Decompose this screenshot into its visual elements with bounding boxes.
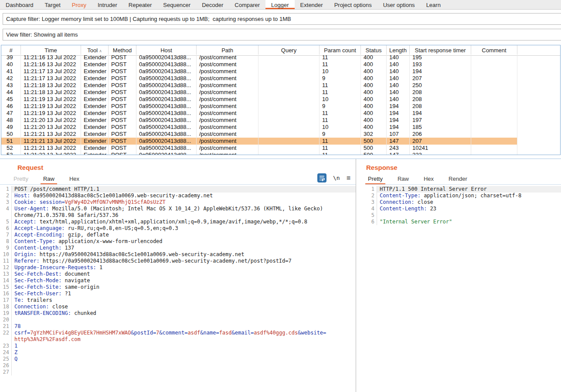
request-tab-hex[interactable]: Hex [67,174,82,185]
code-line: 12Upgrade-Insecure-Requests: 1 [0,264,356,271]
line-number: 14 [0,277,11,284]
log-row-53[interactable]: 5311:21:22 13 Jul 2022ExtenderPOST0a9500… [1,152,560,155]
cell-tool: Extender [81,145,109,152]
request-tab-raw[interactable]: Raw [41,174,57,185]
tab-learn[interactable]: Learn [421,0,446,9]
code-segment: User-Agent: [14,206,49,212]
request-editor[interactable]: 1POST /post/comment HTTP/1.12Host: 0a950… [0,184,356,392]
tab-user-options[interactable]: User options [377,0,421,9]
code-line: 11Referer: https://0a9500020413d88ac08c5… [0,258,356,264]
code-line: 20 [0,317,356,323]
cell-path: /post/comment [197,131,258,138]
code-line: 2Host: 0a9500020413d88ac08c5c1e001a0069.… [0,193,356,199]
log-row-43[interactable]: 4311:21:18 13 Jul 2022ExtenderPOST0a9500… [1,82,560,89]
line-content: Origin: https://0a9500020413d88ac08c5c1e… [11,251,356,258]
tab-comparer[interactable]: Comparer [229,0,265,9]
cell-query [258,89,320,96]
cell-length: 140 [387,75,410,82]
line-content: csrf=7gYzhMCiFvi4gBEyUEEk7HmHSHM7xWAO&po… [11,330,356,343]
word-wrap-icon[interactable] [317,173,326,182]
cell-query [258,152,320,155]
log-table-body: 3911:21:16 13 Jul 2022ExtenderPOST0a9500… [1,54,560,155]
code-segment: Origin: [14,251,37,257]
line-number: 1 [0,186,11,193]
code-segment: same-origin [61,284,99,290]
cell-param-count: 11 [320,138,361,145]
tab-logger[interactable]: Logger [265,0,294,9]
cell-method: POST [109,103,136,110]
cell-length: 140 [387,61,410,68]
cell-status: 400 [361,103,387,110]
log-row-49[interactable]: 4911:21:20 13 Jul 2022ExtenderPOST0a9500… [1,124,560,131]
capture-filter-bar[interactable]: Capture filter: Logger memory limit set … [3,13,561,25]
response-tab-render[interactable]: Render [446,174,470,185]
log-row-39[interactable]: 3911:21:16 13 Jul 2022ExtenderPOST0a9500… [1,54,560,61]
line-content: Sec-Fetch-Site: same-origin [11,284,356,291]
log-row-51[interactable]: 5111:21:21 13 Jul 2022ExtenderPOST0a9500… [1,138,560,145]
cell-tool: Extender [81,131,109,138]
tab-project-options[interactable]: Project options [329,0,377,9]
cell-length: 140 [387,54,410,61]
line-number: 24 [0,349,11,356]
menu-icon[interactable]: ≡ [347,174,350,182]
response-tab-pretty[interactable]: Pretty [365,174,385,185]
line-number: 2 [0,193,11,199]
cell-time: 11:21:19 13 Jul 2022 [21,103,81,110]
cell-status: 400 [361,96,387,103]
cell-: 39 [1,54,21,61]
code-segment: tRANSFER-ENCODING: [14,310,71,316]
response-editor[interactable]: 1HTTP/1.1 500 Internal Server Error2Cont… [365,184,561,392]
tab-intruder[interactable]: Intruder [92,0,123,9]
tab-proxy[interactable]: Proxy [66,0,92,9]
log-row-42[interactable]: 4211:21:17 13 Jul 2022ExtenderPOST0a9500… [1,75,560,82]
log-row-52[interactable]: 5211:21:21 13 Jul 2022ExtenderPOST0a9500… [1,145,560,152]
log-row-47[interactable]: 4711:21:19 13 Jul 2022ExtenderPOST0a9500… [1,110,560,117]
line-number: 13 [0,271,11,277]
cell-path: /post/comment [197,152,258,155]
line-content: 1 [11,343,356,349]
log-row-40[interactable]: 4011:21:16 13 Jul 2022ExtenderPOST0a9500… [1,61,560,68]
code-segment: 7gYzhMCiFvi4gBEyUEEk7HmHSHM7xWAO [30,330,131,336]
cell-length: 140 [387,89,410,96]
cell-tool: Extender [81,138,109,145]
code-segment: 23 [427,206,436,212]
cell-comment [471,117,517,124]
view-filter-bar[interactable]: View filter: Showing all items [3,29,561,41]
response-tab-raw[interactable]: Raw [395,174,411,185]
cell-comment [471,152,517,155]
cell-: 45 [1,96,21,103]
log-row-50[interactable]: 5011:21:21 13 Jul 2022ExtenderPOST0a9500… [1,131,560,138]
cell-status: 500 [361,152,387,155]
tab-repeater[interactable]: Repeater [123,0,157,9]
response-tab-hex[interactable]: Hex [421,174,436,185]
cell-path: /post/comment [197,82,258,89]
log-row-44[interactable]: 4411:21:18 13 Jul 2022ExtenderPOST0a9500… [1,89,560,96]
code-segment: Accept: [14,219,37,225]
tab-target[interactable]: Target [39,0,66,9]
code-segment: &name= [200,330,219,336]
newline-icon[interactable]: \n [333,175,340,181]
request-tab-pretty[interactable]: Pretty [11,174,31,185]
cell-path: /post/comment [197,138,258,145]
log-row-48[interactable]: 4811:21:20 13 Jul 2022ExtenderPOST0a9500… [1,117,560,124]
log-row-45[interactable]: 4511:21:19 13 Jul 2022ExtenderPOST0a9500… [1,96,560,103]
cell-host: 0a9500020413d88... [136,152,197,155]
cell-comment [471,96,517,103]
line-number: 22 [0,330,11,343]
cell-time: 11:21:17 13 Jul 2022 [21,75,81,82]
cell-comment [471,103,517,110]
tab-dashboard[interactable]: Dashboard [0,0,39,9]
cell-start-response-timer: 207 [410,138,471,145]
code-line: 14Sec-Fetch-Mode: navigate [0,277,356,284]
tab-sequencer[interactable]: Sequencer [157,0,196,9]
line-content: 78 [11,323,356,330]
log-row-46[interactable]: 4611:21:19 13 Jul 2022ExtenderPOST0a9500… [1,103,560,110]
tab-extender[interactable]: Extender [295,0,329,9]
cell-tool: Extender [81,96,109,103]
log-row-41[interactable]: 4111:21:17 13 Jul 2022ExtenderPOST0a9500… [1,68,560,75]
code-segment: https://0a9500020413d88ac08c5c1e001a0069… [40,258,292,264]
tab-decoder[interactable]: Decoder [196,0,229,9]
code-segment: Content-Type: [14,238,55,244]
cell-time: 11:21:17 13 Jul 2022 [21,68,81,75]
cell-method: POST [109,152,136,155]
